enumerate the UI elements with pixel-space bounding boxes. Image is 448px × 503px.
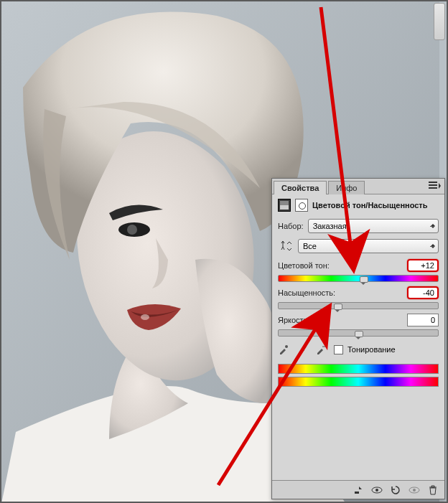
svg-point-8	[375, 489, 378, 492]
delete-icon[interactable]	[427, 484, 439, 496]
properties-panel: Свойства Инфо Цветовой тон/Насыщенность …	[271, 178, 445, 499]
lightness-slider-track[interactable]	[278, 329, 439, 337]
input-spectrum	[278, 364, 439, 374]
colorize-checkbox[interactable]: Тонирование	[334, 345, 396, 354]
lightness-value-input[interactable]	[407, 314, 439, 326]
saturation-label: Насыщенность:	[278, 288, 335, 297]
checkbox-icon	[334, 345, 343, 354]
adjustment-header: Цветовой тон/Насыщенность	[272, 194, 444, 216]
panel-tabs: Свойства Инфо	[272, 179, 444, 194]
eyedropper-add-icon[interactable]	[297, 344, 308, 355]
panel-menu-icon[interactable]	[429, 182, 442, 190]
chevron-updown-icon	[430, 221, 436, 231]
hue-sat-icon	[278, 199, 291, 212]
hue-slider-track[interactable]	[278, 275, 439, 282]
svg-rect-5	[280, 205, 289, 210]
app-stage: Свойства Инфо Цветовой тон/Насыщенность …	[0, 0, 448, 503]
svg-point-2	[127, 225, 137, 235]
eyedropper-icon[interactable]	[278, 344, 289, 355]
channel-row: Все	[272, 236, 444, 256]
hue-label: Цветовой тон:	[278, 261, 330, 270]
hue-slider-block: Цветовой тон:	[272, 256, 444, 283]
adjustment-title: Цветовой тон/Насыщенность	[312, 201, 428, 210]
svg-rect-4	[280, 201, 289, 205]
svg-point-3	[141, 314, 149, 320]
svg-point-10	[413, 489, 416, 492]
saturation-slider-block: Насыщенность:	[272, 283, 444, 311]
vertical-scrollbar[interactable]	[434, 3, 445, 40]
eyedropper-subtract-icon[interactable]	[315, 344, 327, 355]
preset-row: Набор: Заказная	[272, 216, 444, 236]
panel-footer	[272, 480, 444, 499]
targeted-adjust-icon[interactable]	[278, 239, 294, 253]
output-spectrum	[278, 377, 439, 387]
saturation-slider-thumb[interactable]	[334, 309, 341, 316]
tab-info[interactable]: Инфо	[328, 181, 365, 194]
svg-point-6	[285, 345, 288, 348]
preset-select[interactable]: Заказная	[308, 219, 439, 233]
hue-value-input[interactable]	[407, 259, 439, 272]
lightness-slider-thumb[interactable]	[355, 336, 362, 343]
lightness-label: Яркость:	[278, 316, 309, 324]
channel-value: Все	[303, 242, 317, 250]
saturation-value-input[interactable]	[407, 286, 439, 299]
clip-to-layer-icon[interactable]	[353, 484, 364, 496]
chevron-updown-icon	[430, 241, 436, 251]
colorize-label: Тонирование	[347, 345, 396, 354]
layer-mask-icon[interactable]	[295, 199, 308, 212]
toggle-previous-icon[interactable]	[409, 484, 420, 496]
preset-label: Набор:	[278, 222, 304, 230]
reset-icon[interactable]	[390, 484, 401, 496]
lightness-slider-block: Яркость:	[272, 311, 444, 338]
toggle-visibility-icon[interactable]	[371, 484, 383, 496]
saturation-slider-track[interactable]	[278, 302, 439, 309]
hue-slider-thumb[interactable]	[360, 281, 367, 288]
preset-value: Заказная	[313, 222, 347, 230]
channel-select[interactable]: Все	[298, 239, 439, 253]
tab-properties[interactable]: Свойства	[274, 181, 327, 194]
